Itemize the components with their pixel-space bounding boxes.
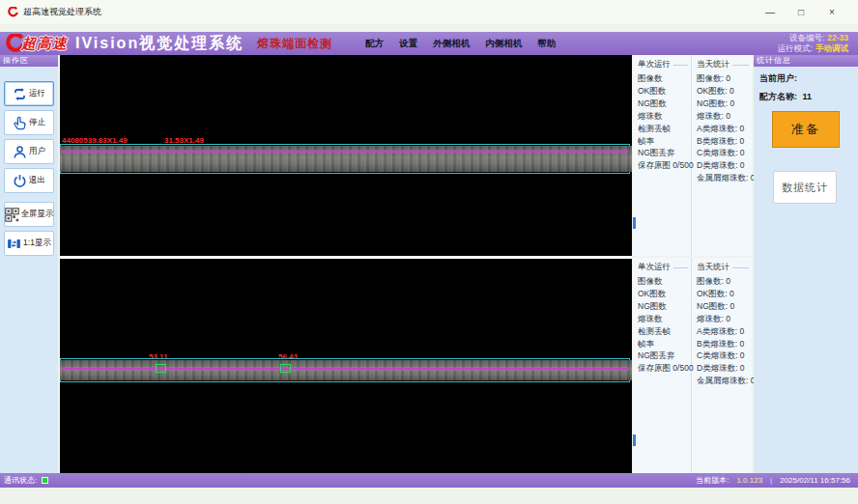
operation-sidebar: 操作区 运行 停止 用户 <box>0 55 58 473</box>
single-run-title: 单次运行 <box>638 262 691 273</box>
menu-settings[interactable]: 设置 <box>399 38 417 50</box>
recipe-value: 11 <box>803 92 813 101</box>
stat-row: NG图数 <box>638 98 691 110</box>
device-info: 设备编号:22-33 运行模式:手动调试 <box>778 33 848 54</box>
stat-row: OK图数: 0 <box>697 288 752 300</box>
stop-button[interactable]: 停止 <box>4 110 54 135</box>
one-to-one-button-label: 1:1显示 <box>23 238 51 249</box>
stat-row: OK图数: 0 <box>697 85 752 98</box>
stat-row: 检测丢帧 <box>638 123 691 135</box>
version-value: 1.0.123 <box>736 476 762 485</box>
stats-panel-top: 单次运行 图像数 OK图数 NG图数 熔珠数 检测丢帧 帧率 NG图丢弃 保存原… <box>633 55 752 256</box>
app-window: 超高速视觉处理系统 — □ × 超高速 IVision视觉处理系统 熔珠端面检测… <box>0 0 858 504</box>
run-mode-label: 运行模式: <box>778 43 813 53</box>
stat-row: D类熔珠数: 0 <box>697 159 752 172</box>
sidebar-title: 操作区 <box>0 55 58 67</box>
brand-logo: 超高速 <box>6 34 68 53</box>
daily-stats: 当天统计 图像数: 0 OK图数: 0 NG图数: 0 熔珠数: 0 A类熔珠数… <box>692 55 752 256</box>
device-id-value: 22-33 <box>827 33 848 42</box>
scroll-indicator <box>633 434 636 446</box>
stats-panel-bottom: 单次运行 图像数 OK图数 NG图数 熔珠数 检测丢帧 帧率 NG图丢弃 保存原… <box>633 258 752 473</box>
stat-row: C类熔珠数: 0 <box>697 350 752 362</box>
comm-status-led <box>42 477 48 484</box>
outer-camera-image[interactable]: 44080539.83X1.49 31.53X1.49 <box>60 55 632 256</box>
comm-status-label: 通讯状态: <box>4 475 37 486</box>
data-statistics-button[interactable]: 数据统计 <box>773 171 837 204</box>
power-icon <box>13 174 27 188</box>
single-run-stats: 单次运行 图像数 OK图数 NG图数 熔珠数 检测丢帧 帧率 NG图丢弃 保存原… <box>633 258 692 473</box>
stat-row: 图像数: 0 <box>697 275 752 288</box>
run-button-label: 运行 <box>29 88 45 99</box>
stat-row: 熔珠数 <box>638 110 691 123</box>
fullscreen-button-label: 全屏显示 <box>21 209 54 220</box>
stat-row: 熔珠数: 0 <box>697 110 752 123</box>
current-user-row: 当前用户: <box>759 72 858 85</box>
weld-strip-image <box>60 360 632 380</box>
stat-row: 熔珠数: 0 <box>697 313 752 325</box>
run-button[interactable]: 运行 <box>4 81 54 106</box>
single-run-title: 单次运行 <box>638 59 691 70</box>
user-button[interactable]: 用户 <box>4 139 54 164</box>
current-user-label: 当前用户: <box>759 73 797 83</box>
stat-row: A类熔珠数: 0 <box>697 325 752 338</box>
stat-row: NG图丢弃 <box>638 350 691 362</box>
info-panel-title: 统计信息 <box>754 55 858 67</box>
app-subtitle: 熔珠端面检测 <box>257 36 332 52</box>
daily-stats-title: 当天统计 <box>697 262 752 273</box>
stat-row: B类熔珠数: 0 <box>697 135 752 148</box>
inner-camera-image[interactable]: 53.11 56.43 <box>60 259 632 473</box>
exit-button[interactable]: 退出 <box>4 168 54 193</box>
daily-stats: 当天统计 图像数: 0 OK图数: 0 NG图数: 0 熔珠数: 0 A类熔珠数… <box>692 258 752 473</box>
stat-row: NG图数: 0 <box>697 300 752 313</box>
recipe-label: 配方名称: <box>759 92 797 101</box>
stat-row: 检测丢帧 <box>638 325 691 338</box>
app-title: IVision视觉处理系统 <box>75 34 243 54</box>
recipe-row: 配方名称: 11 <box>759 91 858 103</box>
stat-row: 图像数 <box>638 72 691 85</box>
menu-recipe[interactable]: 配方 <box>365 38 384 50</box>
daily-stats-title: 当天统计 <box>697 59 752 70</box>
stat-row: OK图数 <box>638 85 691 98</box>
stat-row: 保存原图 0/500 <box>638 362 691 375</box>
stat-row: NG图数 <box>638 300 691 313</box>
close-button[interactable]: × <box>825 7 839 17</box>
one-to-one-icon <box>7 237 21 251</box>
stat-row: 图像数: 0 <box>697 72 752 85</box>
stat-row: 金属屑熔珠数: 0 <box>697 172 752 184</box>
main-menu: 配方 设置 外侧相机 内侧相机 帮助 <box>365 38 556 50</box>
run-cycle-icon <box>13 87 27 101</box>
stat-row: D类熔珠数: 0 <box>697 362 752 375</box>
stat-row: B类熔珠数: 0 <box>697 338 752 350</box>
run-mode-value: 手动调试 <box>815 43 848 53</box>
stat-row: 帧率 <box>638 338 691 350</box>
stat-row: A类熔珠数: 0 <box>697 123 752 135</box>
brand-text: 超高速 <box>21 35 68 53</box>
exit-button-label: 退出 <box>29 175 45 186</box>
stat-row: 熔珠数 <box>638 313 691 325</box>
one-to-one-button[interactable]: 1:1显示 <box>4 231 54 256</box>
stat-row: 金属屑熔珠数: 0 <box>697 375 752 387</box>
prepare-button[interactable]: 准备 <box>772 111 840 148</box>
separator: | <box>770 476 772 485</box>
menu-outer-camera[interactable]: 外侧相机 <box>433 38 470 50</box>
minimize-button[interactable]: — <box>763 7 777 17</box>
stop-button-label: 停止 <box>29 117 45 128</box>
app-logo-icon <box>8 7 18 17</box>
status-bar: 通讯状态: 当前版本: 1.0.123 | 2025/02/11 16:57:5… <box>0 473 858 488</box>
defect-marker-box <box>280 364 291 373</box>
single-run-stats: 单次运行 图像数 OK图数 NG图数 熔珠数 检测丢帧 帧率 NG图丢弃 保存原… <box>633 55 692 256</box>
user-icon <box>13 145 27 159</box>
camera-viewer: 44080539.83X1.49 31.53X1.49 53.11 56.43 <box>60 55 632 473</box>
fullscreen-button[interactable]: 全屏显示 <box>4 202 54 227</box>
version-label: 当前版本: <box>696 475 729 486</box>
stop-hand-icon <box>13 116 27 130</box>
scroll-indicator <box>633 217 636 229</box>
stat-row: 保存原图 0/500 <box>638 159 691 172</box>
menu-inner-camera[interactable]: 内侧相机 <box>485 38 522 50</box>
stat-row: 帧率 <box>638 135 691 148</box>
maximize-button[interactable]: □ <box>794 7 808 17</box>
menu-help[interactable]: 帮助 <box>537 38 556 50</box>
magenta-marker-line <box>62 368 628 370</box>
magenta-marker-line <box>62 151 628 153</box>
app-header: 超高速 IVision视觉处理系统 熔珠端面检测 配方 设置 外侧相机 内侧相机… <box>0 32 858 55</box>
